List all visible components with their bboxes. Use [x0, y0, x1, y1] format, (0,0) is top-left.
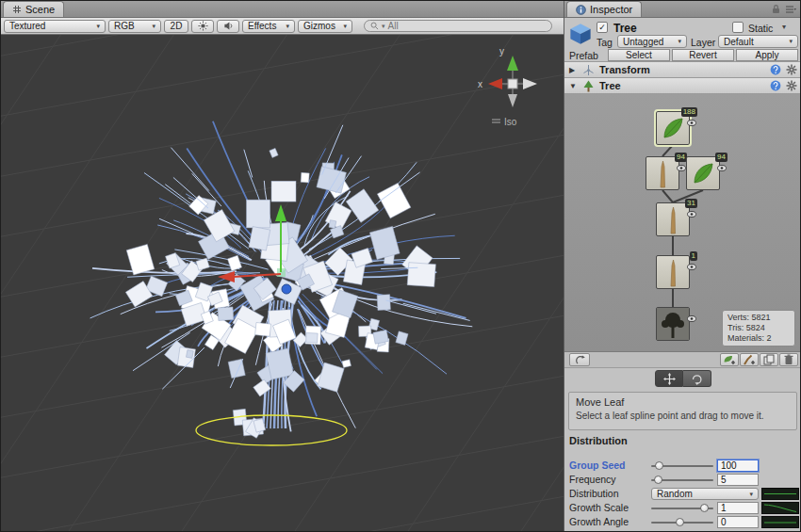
tag-dropdown[interactable]: Untagged▾ — [617, 35, 687, 48]
trash-icon — [784, 354, 793, 365]
prefab-select-button[interactable]: Select — [608, 49, 670, 61]
component-tree-header[interactable]: ▼ Tree — [564, 78, 801, 94]
frequency-field[interactable]: 5 — [717, 474, 759, 486]
gear-icon[interactable] — [786, 80, 797, 91]
leaf-edit-mode-buttons — [564, 370, 801, 387]
inspector-info-icon — [576, 5, 586, 15]
prefab-apply-button[interactable]: Apply — [736, 49, 798, 61]
visibility-eye-icon[interactable] — [677, 165, 686, 171]
visibility-eye-icon[interactable] — [687, 315, 696, 322]
rotate-icon — [691, 373, 703, 385]
rotate-leaf-mode-button[interactable] — [683, 370, 711, 387]
chevron-down-icon: ▾ — [286, 23, 289, 30]
add-branch-group-button[interactable] — [740, 353, 759, 366]
leaf-thumbnail — [687, 157, 719, 189]
group-seed-slider[interactable] — [651, 459, 713, 473]
orientation-gizmo[interactable]: y x Iso — [478, 46, 537, 127]
group-seed-label: Group Seed — [569, 459, 626, 471]
stats-materials: Materials: 2 — [727, 333, 790, 344]
growth-scale-curve-field[interactable] — [761, 502, 799, 514]
static-checkbox[interactable] — [732, 22, 744, 33]
active-checkbox[interactable]: ✓ — [597, 22, 608, 33]
shading-mode-dropdown[interactable]: Textured▾ — [4, 20, 106, 33]
growth-angle-curve — [762, 517, 798, 527]
tree-node-leaf-group-top[interactable]: 188 — [656, 111, 690, 145]
slider-thumb[interactable] — [700, 504, 709, 512]
distribution-dropdown[interactable]: Random▾ — [651, 488, 759, 500]
visibility-eye-icon[interactable] — [717, 165, 727, 171]
chevron-down-icon: ▾ — [678, 38, 681, 45]
component-tree-label: Tree — [599, 80, 765, 91]
visibility-eye-icon[interactable] — [687, 211, 696, 218]
gameobject-name[interactable]: Tree — [613, 22, 637, 35]
refresh-icon — [575, 355, 585, 365]
help-icon[interactable] — [770, 64, 781, 75]
prefab-revert-button[interactable]: Revert — [672, 49, 734, 61]
scene-viewport[interactable]: y x Iso — [1, 35, 564, 532]
tree-node-root[interactable] — [656, 307, 690, 341]
branch-thumbnail — [646, 157, 678, 189]
slider-thumb[interactable] — [655, 461, 663, 470]
slider-thumb[interactable] — [676, 518, 684, 526]
growth-scale-slider[interactable] — [651, 501, 713, 515]
growth-scale-field[interactable]: 1 — [717, 502, 759, 514]
distribution-curve-field[interactable] — [761, 488, 799, 500]
2d-toggle-button[interactable]: 2D — [164, 20, 188, 33]
gear-icon[interactable] — [786, 64, 797, 75]
tree-node-branch-group-31[interactable]: 31 — [656, 202, 690, 236]
foldout-icon[interactable]: ▶ — [569, 66, 578, 74]
component-transform-header[interactable]: ▶ Transform — [564, 62, 801, 78]
slider-thumb[interactable] — [654, 476, 662, 484]
leaf-thumbnail — [657, 112, 689, 144]
layer-dropdown[interactable]: Default▾ — [718, 35, 798, 48]
static-dropdown-icon[interactable]: ▾ — [782, 23, 786, 31]
refresh-button[interactable] — [569, 353, 590, 366]
visibility-eye-icon[interactable] — [687, 264, 696, 270]
duplicate-node-button[interactable] — [760, 353, 778, 366]
tree-node-branch-group-94[interactable]: 94 — [646, 156, 679, 190]
tree-root-thumbnail — [657, 308, 689, 340]
distribution-curve — [762, 489, 798, 499]
layer-label: Layer — [691, 37, 715, 48]
move-leaf-mode-button[interactable] — [655, 370, 683, 387]
effects-dropdown[interactable]: Effects▾ — [242, 20, 295, 33]
frequency-slider[interactable] — [651, 473, 713, 487]
gizmos-dropdown[interactable]: Gizmos▾ — [298, 20, 352, 33]
stats-verts: Verts: 5821 — [727, 313, 790, 323]
tab-scene[interactable]: Scene — [3, 1, 64, 17]
tree-stats-box: Verts: 5821 Tris: 5824 Materials: 2 — [722, 310, 795, 347]
lighting-toggle-button[interactable] — [191, 20, 214, 33]
group-seed-field[interactable]: 100 — [717, 459, 759, 472]
help-icon[interactable] — [770, 80, 781, 91]
tool-help-box: Move Leaf Select a leaf spline point and… — [568, 392, 797, 430]
add-leaf-group-button[interactable] — [720, 353, 739, 366]
node-count-badge: 31 — [685, 199, 697, 208]
chevron-down-icon: ▾ — [789, 38, 793, 45]
delete-node-button[interactable] — [779, 353, 798, 366]
branch-thumbnail — [657, 256, 689, 288]
growth-angle-curve-field[interactable] — [761, 516, 799, 528]
field-group-seed: Group Seed 100 — [564, 459, 801, 473]
node-count-badge: 1 — [690, 251, 697, 261]
lock-icon[interactable] — [772, 4, 780, 14]
render-mode-dropdown[interactable]: RGB▾ — [108, 20, 161, 33]
scene-panel: Scene Textured▾ RGB▾ 2D Effects▾ — [1, 1, 564, 532]
tree-node-leaf-group-94[interactable]: 94 — [686, 156, 720, 190]
sun-icon — [198, 21, 208, 31]
projection-mode-label[interactable]: Iso — [504, 117, 517, 127]
panel-menu-icon[interactable] — [785, 5, 796, 14]
inspector-tabstrip: Inspector — [564, 1, 801, 18]
field-frequency: Frequency 5 — [564, 473, 801, 487]
tree-node-branch-group-1[interactable]: 1 — [656, 255, 690, 289]
growth-angle-field[interactable]: 0 — [717, 516, 759, 528]
foldout-icon[interactable]: ▼ — [569, 82, 578, 90]
speaker-icon — [223, 21, 234, 31]
scene-toolbar: Textured▾ RGB▾ 2D Effects▾ Gizmos▾ — [1, 18, 564, 35]
growth-angle-slider[interactable] — [651, 515, 713, 529]
scene-search-input[interactable]: ▾ All — [364, 20, 552, 32]
audio-toggle-button[interactable] — [217, 20, 239, 33]
tab-inspector[interactable]: Inspector — [566, 1, 642, 17]
tree-hierarchy-canvas[interactable]: 188 94 94 31 1 — [564, 94, 801, 352]
tool-title: Move Leaf — [576, 396, 790, 408]
visibility-eye-icon[interactable] — [687, 120, 696, 126]
